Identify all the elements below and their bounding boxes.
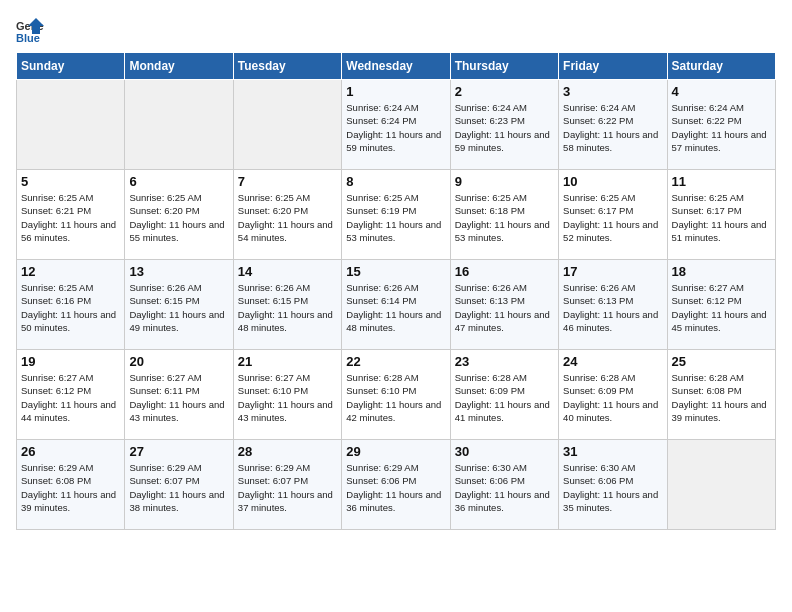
calendar-cell: 13Sunrise: 6:26 AMSunset: 6:15 PMDayligh… <box>125 260 233 350</box>
day-number: 19 <box>21 354 120 369</box>
calendar-cell: 16Sunrise: 6:26 AMSunset: 6:13 PMDayligh… <box>450 260 558 350</box>
calendar-cell: 29Sunrise: 6:29 AMSunset: 6:06 PMDayligh… <box>342 440 450 530</box>
calendar-cell: 25Sunrise: 6:28 AMSunset: 6:08 PMDayligh… <box>667 350 775 440</box>
day-info: Sunrise: 6:25 AMSunset: 6:17 PMDaylight:… <box>563 191 662 244</box>
day-number: 18 <box>672 264 771 279</box>
calendar-cell: 26Sunrise: 6:29 AMSunset: 6:08 PMDayligh… <box>17 440 125 530</box>
calendar-cell: 9Sunrise: 6:25 AMSunset: 6:18 PMDaylight… <box>450 170 558 260</box>
day-info: Sunrise: 6:25 AMSunset: 6:17 PMDaylight:… <box>672 191 771 244</box>
day-info: Sunrise: 6:27 AMSunset: 6:12 PMDaylight:… <box>672 281 771 334</box>
day-number: 4 <box>672 84 771 99</box>
calendar-cell: 12Sunrise: 6:25 AMSunset: 6:16 PMDayligh… <box>17 260 125 350</box>
weekday-header-tuesday: Tuesday <box>233 53 341 80</box>
calendar-cell: 28Sunrise: 6:29 AMSunset: 6:07 PMDayligh… <box>233 440 341 530</box>
day-number: 15 <box>346 264 445 279</box>
day-info: Sunrise: 6:28 AMSunset: 6:09 PMDaylight:… <box>563 371 662 424</box>
day-info: Sunrise: 6:28 AMSunset: 6:08 PMDaylight:… <box>672 371 771 424</box>
calendar-cell: 14Sunrise: 6:26 AMSunset: 6:15 PMDayligh… <box>233 260 341 350</box>
calendar-cell: 10Sunrise: 6:25 AMSunset: 6:17 PMDayligh… <box>559 170 667 260</box>
calendar-cell: 17Sunrise: 6:26 AMSunset: 6:13 PMDayligh… <box>559 260 667 350</box>
day-info: Sunrise: 6:26 AMSunset: 6:14 PMDaylight:… <box>346 281 445 334</box>
calendar-cell: 3Sunrise: 6:24 AMSunset: 6:22 PMDaylight… <box>559 80 667 170</box>
day-number: 5 <box>21 174 120 189</box>
day-info: Sunrise: 6:25 AMSunset: 6:16 PMDaylight:… <box>21 281 120 334</box>
day-info: Sunrise: 6:26 AMSunset: 6:15 PMDaylight:… <box>129 281 228 334</box>
day-info: Sunrise: 6:29 AMSunset: 6:08 PMDaylight:… <box>21 461 120 514</box>
calendar-cell: 4Sunrise: 6:24 AMSunset: 6:22 PMDaylight… <box>667 80 775 170</box>
calendar-cell: 30Sunrise: 6:30 AMSunset: 6:06 PMDayligh… <box>450 440 558 530</box>
calendar-cell: 31Sunrise: 6:30 AMSunset: 6:06 PMDayligh… <box>559 440 667 530</box>
day-number: 17 <box>563 264 662 279</box>
calendar-table: SundayMondayTuesdayWednesdayThursdayFrid… <box>16 52 776 530</box>
calendar-cell <box>667 440 775 530</box>
weekday-header-monday: Monday <box>125 53 233 80</box>
calendar-cell: 19Sunrise: 6:27 AMSunset: 6:12 PMDayligh… <box>17 350 125 440</box>
calendar-week-5: 26Sunrise: 6:29 AMSunset: 6:08 PMDayligh… <box>17 440 776 530</box>
day-number: 23 <box>455 354 554 369</box>
day-info: Sunrise: 6:25 AMSunset: 6:18 PMDaylight:… <box>455 191 554 244</box>
weekday-header-wednesday: Wednesday <box>342 53 450 80</box>
calendar-week-3: 12Sunrise: 6:25 AMSunset: 6:16 PMDayligh… <box>17 260 776 350</box>
day-info: Sunrise: 6:30 AMSunset: 6:06 PMDaylight:… <box>455 461 554 514</box>
day-info: Sunrise: 6:26 AMSunset: 6:13 PMDaylight:… <box>455 281 554 334</box>
calendar-cell <box>17 80 125 170</box>
day-number: 29 <box>346 444 445 459</box>
day-info: Sunrise: 6:24 AMSunset: 6:24 PMDaylight:… <box>346 101 445 154</box>
day-number: 13 <box>129 264 228 279</box>
calendar-cell: 21Sunrise: 6:27 AMSunset: 6:10 PMDayligh… <box>233 350 341 440</box>
calendar-cell: 18Sunrise: 6:27 AMSunset: 6:12 PMDayligh… <box>667 260 775 350</box>
day-number: 14 <box>238 264 337 279</box>
weekday-row: SundayMondayTuesdayWednesdayThursdayFrid… <box>17 53 776 80</box>
calendar-cell: 22Sunrise: 6:28 AMSunset: 6:10 PMDayligh… <box>342 350 450 440</box>
calendar-cell <box>125 80 233 170</box>
calendar-cell: 24Sunrise: 6:28 AMSunset: 6:09 PMDayligh… <box>559 350 667 440</box>
day-info: Sunrise: 6:27 AMSunset: 6:12 PMDaylight:… <box>21 371 120 424</box>
day-number: 21 <box>238 354 337 369</box>
day-number: 1 <box>346 84 445 99</box>
day-info: Sunrise: 6:24 AMSunset: 6:23 PMDaylight:… <box>455 101 554 154</box>
calendar-week-2: 5Sunrise: 6:25 AMSunset: 6:21 PMDaylight… <box>17 170 776 260</box>
day-number: 24 <box>563 354 662 369</box>
calendar-cell: 6Sunrise: 6:25 AMSunset: 6:20 PMDaylight… <box>125 170 233 260</box>
day-number: 25 <box>672 354 771 369</box>
day-number: 27 <box>129 444 228 459</box>
day-info: Sunrise: 6:28 AMSunset: 6:09 PMDaylight:… <box>455 371 554 424</box>
calendar-header: SundayMondayTuesdayWednesdayThursdayFrid… <box>17 53 776 80</box>
calendar-cell: 1Sunrise: 6:24 AMSunset: 6:24 PMDaylight… <box>342 80 450 170</box>
day-info: Sunrise: 6:27 AMSunset: 6:11 PMDaylight:… <box>129 371 228 424</box>
day-info: Sunrise: 6:26 AMSunset: 6:13 PMDaylight:… <box>563 281 662 334</box>
calendar-cell: 11Sunrise: 6:25 AMSunset: 6:17 PMDayligh… <box>667 170 775 260</box>
day-info: Sunrise: 6:25 AMSunset: 6:20 PMDaylight:… <box>129 191 228 244</box>
weekday-header-sunday: Sunday <box>17 53 125 80</box>
day-number: 16 <box>455 264 554 279</box>
day-number: 12 <box>21 264 120 279</box>
day-info: Sunrise: 6:27 AMSunset: 6:10 PMDaylight:… <box>238 371 337 424</box>
day-info: Sunrise: 6:25 AMSunset: 6:19 PMDaylight:… <box>346 191 445 244</box>
day-number: 31 <box>563 444 662 459</box>
calendar-week-1: 1Sunrise: 6:24 AMSunset: 6:24 PMDaylight… <box>17 80 776 170</box>
day-number: 22 <box>346 354 445 369</box>
day-number: 8 <box>346 174 445 189</box>
calendar-cell: 27Sunrise: 6:29 AMSunset: 6:07 PMDayligh… <box>125 440 233 530</box>
logo-icon: General Blue <box>16 16 44 44</box>
calendar-cell: 5Sunrise: 6:25 AMSunset: 6:21 PMDaylight… <box>17 170 125 260</box>
calendar-cell: 7Sunrise: 6:25 AMSunset: 6:20 PMDaylight… <box>233 170 341 260</box>
header: General Blue <box>16 16 776 44</box>
weekday-header-friday: Friday <box>559 53 667 80</box>
day-number: 7 <box>238 174 337 189</box>
logo: General Blue <box>16 16 48 44</box>
day-info: Sunrise: 6:29 AMSunset: 6:06 PMDaylight:… <box>346 461 445 514</box>
day-info: Sunrise: 6:26 AMSunset: 6:15 PMDaylight:… <box>238 281 337 334</box>
calendar-cell: 8Sunrise: 6:25 AMSunset: 6:19 PMDaylight… <box>342 170 450 260</box>
weekday-header-saturday: Saturday <box>667 53 775 80</box>
weekday-header-thursday: Thursday <box>450 53 558 80</box>
day-number: 10 <box>563 174 662 189</box>
day-number: 3 <box>563 84 662 99</box>
calendar-cell: 15Sunrise: 6:26 AMSunset: 6:14 PMDayligh… <box>342 260 450 350</box>
day-info: Sunrise: 6:24 AMSunset: 6:22 PMDaylight:… <box>672 101 771 154</box>
calendar-week-4: 19Sunrise: 6:27 AMSunset: 6:12 PMDayligh… <box>17 350 776 440</box>
day-info: Sunrise: 6:25 AMSunset: 6:20 PMDaylight:… <box>238 191 337 244</box>
calendar-cell: 20Sunrise: 6:27 AMSunset: 6:11 PMDayligh… <box>125 350 233 440</box>
day-info: Sunrise: 6:28 AMSunset: 6:10 PMDaylight:… <box>346 371 445 424</box>
calendar-body: 1Sunrise: 6:24 AMSunset: 6:24 PMDaylight… <box>17 80 776 530</box>
